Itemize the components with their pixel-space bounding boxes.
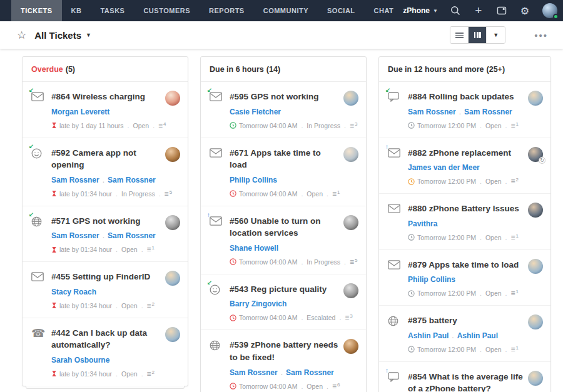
ticket-card[interactable]: ↙ #543 Reg picture quality Barry Zingovi… xyxy=(201,274,366,331)
ticket-subject[interactable]: #882 zPhone replacement xyxy=(408,147,524,159)
contact-link[interactable]: Morgan Leverett xyxy=(51,108,109,116)
ticket-meta: Tomorrow 04:00 AM . Open . ≡1 xyxy=(230,190,340,198)
product-selector[interactable]: zPhone ▼ xyxy=(403,6,438,15)
incoming-arrow-icon: ↙ xyxy=(29,212,34,218)
ticket-card[interactable]: ↙ #571 GPS not working Sam Rossner.Sam R… xyxy=(23,206,188,263)
ticket-card[interactable]: ↑ #854 What is the average life of a zPh… xyxy=(379,362,550,392)
column-header: Due in 6 hours(14) xyxy=(201,57,366,82)
search-icon[interactable] xyxy=(450,5,461,16)
view-dropdown-caret-icon[interactable]: ▼ xyxy=(86,32,91,38)
ticket-card[interactable]: ☎ #442 Can I back up data automatically?… xyxy=(23,318,188,386)
ticket-subject[interactable]: #442 Can I back up data automatically? xyxy=(51,327,161,351)
contact-link[interactable]: Sarah Osbourne xyxy=(51,356,109,364)
nav-tab-reports[interactable]: REPORTS xyxy=(200,0,254,21)
due-clock-icon xyxy=(230,122,236,129)
list-view-button[interactable] xyxy=(450,27,469,43)
ticket-subject[interactable]: #595 GPS not working xyxy=(230,91,340,103)
avatar-wrap xyxy=(528,203,543,241)
overdue-hourglass-icon xyxy=(51,246,57,253)
ticket-subject[interactable]: #884 Rolling back updates xyxy=(408,91,524,103)
more-options-button[interactable]: ••• xyxy=(534,30,548,41)
contact-link[interactable]: Sam Rossner xyxy=(464,108,512,116)
contact-link[interactable]: Sam Rossner xyxy=(51,176,99,184)
ticket-subject[interactable]: #880 zPhone Battery Issues xyxy=(408,203,524,215)
ticket-contacts: Ashlin Paul.Ashlin Paul xyxy=(408,331,524,340)
ticket-card[interactable]: #879 Apps take time to load Philip Colli… xyxy=(379,250,550,306)
nav-tab-community[interactable]: COMMUNITY xyxy=(254,0,318,21)
ticket-card[interactable]: ↙ #864 Wireless charging Morgan Leverett… xyxy=(23,82,188,138)
view-options-button[interactable]: ▼ xyxy=(487,27,505,43)
ticket-card[interactable]: ↑ #560 Unable to turn on location servic… xyxy=(201,206,366,274)
due-clock-icon xyxy=(408,346,415,353)
ticket-card[interactable]: ↙ #595 GPS not working Casie Fletcher To… xyxy=(201,82,366,138)
ticket-subject[interactable]: #539 zPhone battery needs to be fixed! xyxy=(230,339,340,363)
list-view-icon xyxy=(455,33,464,38)
ticket-meta: Tomorrow 12:00 PM . Open . ≡2 xyxy=(408,178,524,185)
email-channel-icon: ↑ xyxy=(210,215,230,266)
due-clock-icon xyxy=(230,383,236,389)
contact-link[interactable]: Pavithra xyxy=(408,219,437,228)
ticket-card[interactable]: ↙ #592 Camera app not opening Sam Rossne… xyxy=(23,138,188,206)
web-channel-icon xyxy=(210,339,230,389)
ticket-subject[interactable]: #543 Reg picture quality xyxy=(230,283,340,296)
nav-tab-social[interactable]: SOCIAL xyxy=(318,0,365,21)
contact-link[interactable]: Ashlin Paul xyxy=(408,331,449,340)
ticket-subject[interactable]: #875 battery xyxy=(408,314,524,327)
favorite-star-icon[interactable]: ☆ xyxy=(17,29,26,42)
ticket-meta: Tomorrow 04:00 AM . Open . ≡6 xyxy=(230,383,340,390)
ticket-subject[interactable]: #592 Camera app not opening xyxy=(51,147,161,171)
ticket-card[interactable]: #875 battery Ashlin Paul.Ashlin Paul Tom… xyxy=(379,306,550,362)
nav-tab-chat[interactable]: CHAT xyxy=(365,0,403,21)
column-title: Due in 6 hours xyxy=(210,65,264,74)
contact-link[interactable]: Sam Rossner xyxy=(408,108,456,116)
kanban-view-button[interactable] xyxy=(469,27,487,43)
contact-link[interactable]: Barry Zingovich xyxy=(230,299,287,308)
nav-tab-tickets[interactable]: TICKETS xyxy=(11,0,62,21)
contact-link[interactable]: James van der Meer xyxy=(408,163,480,172)
contact-avatar xyxy=(343,215,358,230)
ticket-card[interactable]: #880 zPhone Battery Issues Pavithra Tomo… xyxy=(379,194,550,250)
email-channel-icon: ↙ xyxy=(210,91,230,129)
view-title[interactable]: All Tickets xyxy=(34,30,81,41)
ticket-card[interactable]: #539 zPhone battery needs to be fixed! S… xyxy=(201,330,366,392)
contact-link[interactable]: Casie Fletcher xyxy=(230,108,281,116)
nav-tab-customers[interactable]: CUSTOMERS xyxy=(134,0,200,21)
contact-link[interactable]: Shane Howell xyxy=(230,244,278,253)
ticket-subject[interactable]: #560 Unable to turn on location services xyxy=(230,215,340,239)
ticket-card[interactable]: #455 Setting up FinderID Stacy Roach lat… xyxy=(23,262,188,318)
ticket-subject[interactable]: #671 Apps take time to load xyxy=(230,147,340,171)
contact-link[interactable]: Sam Rossner xyxy=(230,368,278,377)
settings-icon[interactable]: ⚙ xyxy=(519,5,530,16)
ticket-subject[interactable]: #879 Apps take time to load xyxy=(408,259,524,271)
ticket-card[interactable]: ↑ #882 zPhone replacement James van der … xyxy=(379,138,550,194)
nav-tab-tasks[interactable]: TASKS xyxy=(91,0,134,21)
due-text: late by 01:34 hour xyxy=(59,246,112,253)
contact-link[interactable]: Philip Collins xyxy=(230,176,277,184)
ticket-subject[interactable]: #455 Setting up FinderID xyxy=(51,271,161,283)
ticket-card[interactable]: #671 Apps take time to load Philip Colli… xyxy=(201,138,366,206)
contact-link[interactable]: Philip Collins xyxy=(408,275,455,284)
status-label: Open xyxy=(133,122,149,129)
due-text: late by 01:34 hour xyxy=(59,190,112,198)
nav-tab-kb[interactable]: KB xyxy=(62,0,91,21)
avatar-wrap xyxy=(528,259,543,298)
ticket-subject[interactable]: #571 GPS not working xyxy=(51,215,161,228)
contact-link[interactable]: Sam Rossner xyxy=(51,231,99,240)
happiness-channel-icon: ↙ xyxy=(210,283,230,322)
view-toolbar: ☆ All Tickets ▼ ▼ ••• xyxy=(0,21,563,49)
contact-link[interactable]: Sam Rossner xyxy=(286,368,334,377)
contact-link[interactable]: Sam Rossner xyxy=(108,176,156,184)
feeds-icon[interactable] xyxy=(496,5,507,16)
user-avatar[interactable] xyxy=(542,3,557,18)
contact-link[interactable]: Stacy Roach xyxy=(51,288,96,296)
ticket-card[interactable]: ↙ #884 Rolling back updates Sam Rossner.… xyxy=(379,82,550,138)
thread-count: ≡6 xyxy=(332,383,340,389)
ticket-subject[interactable]: #854 What is the average life of a zPhon… xyxy=(408,371,524,392)
add-icon[interactable]: + xyxy=(473,5,484,16)
contact-link[interactable]: Ashlin Paul xyxy=(457,331,498,340)
ticket-subject[interactable]: #864 Wireless charging xyxy=(51,91,161,103)
avatar-refresh-badge: ↻ xyxy=(539,157,545,164)
contact-link[interactable]: Sam Rossner xyxy=(108,231,156,240)
ticket-body: #884 Rolling back updates Sam Rossner.Sa… xyxy=(408,91,524,129)
avatar-wrap xyxy=(528,314,543,353)
